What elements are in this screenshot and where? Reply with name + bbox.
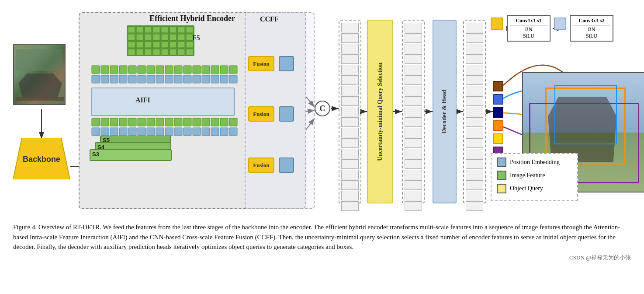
cs-yellow [493, 133, 503, 144]
svg-rect-127 [138, 128, 145, 136]
svg-rect-49 [186, 27, 193, 33]
seq-cell [341, 170, 359, 179]
svg-rect-140 [90, 150, 171, 161]
svg-rect-128 [147, 128, 155, 136]
seq-cell [466, 159, 483, 169]
svg-rect-78 [128, 66, 136, 74]
seq-cell [341, 138, 359, 148]
svg-rect-74 [92, 66, 100, 74]
svg-rect-133 [193, 128, 201, 136]
credit-text: CSDN @禄禄无为的小张 [569, 254, 631, 261]
svg-rect-50 [128, 34, 135, 40]
svg-rect-98 [165, 75, 173, 83]
svg-rect-70 [161, 49, 168, 55]
svg-rect-47 [170, 27, 177, 33]
svg-rect-95 [138, 75, 145, 83]
seq-cell [405, 23, 422, 32]
cs-darkblue [493, 107, 503, 118]
svg-rect-43 [136, 27, 143, 33]
color-squares [493, 81, 503, 157]
seq-cell [341, 23, 359, 32]
svg-rect-89 [229, 66, 237, 74]
cs-orange [493, 120, 503, 131]
svg-rect-46 [161, 27, 168, 33]
fusion-block-2: Fusion [248, 106, 274, 122]
blue-square-conv [554, 18, 566, 30]
svg-rect-64 [178, 42, 185, 48]
seq-cell [405, 180, 422, 190]
mid-grid-area [91, 65, 239, 88]
svg-rect-53 [153, 34, 160, 40]
legend-image-label: Image Feature [510, 172, 545, 179]
backbone-svg: Backbone [13, 138, 70, 179]
svg-rect-101 [193, 75, 201, 83]
decoder-label: Decoder & Head [441, 90, 448, 133]
svg-rect-91 [101, 75, 109, 83]
svg-rect-66 [128, 49, 135, 55]
main-container: Backbone Efficient Hybrid Encoder [0, 0, 644, 266]
svg-rect-119 [211, 118, 219, 126]
svg-rect-75 [101, 66, 109, 74]
svg-rect-129 [156, 128, 164, 136]
seq-cell [466, 170, 483, 179]
conv1-silu: SiLU [510, 33, 547, 39]
cs-brown [493, 81, 503, 91]
fusion-block-1: Fusion [248, 56, 274, 71]
umqs-box: Uncertainty-minimal Query Selection [367, 20, 393, 203]
legend-position-label: Position Embedding [510, 159, 560, 166]
seq-cell [341, 75, 359, 85]
seq-cell [405, 65, 422, 74]
umqs-label: Uncertainty-minimal Query Selection [377, 63, 384, 161]
seq-cell [405, 107, 422, 116]
svg-rect-60 [145, 42, 152, 48]
svg-rect-76 [110, 66, 118, 74]
svg-rect-42 [128, 27, 135, 33]
svg-rect-84 [184, 66, 191, 74]
svg-rect-62 [161, 42, 168, 48]
svg-text:S3: S3 [92, 151, 99, 158]
seq-cell [341, 159, 359, 169]
legend-swatch-yellow [497, 184, 506, 193]
f5-label: F5 [192, 34, 200, 42]
svg-rect-106 [92, 118, 100, 126]
legend-query-label: Object Query [510, 185, 543, 192]
seq-cell [405, 44, 422, 53]
svg-rect-117 [193, 118, 201, 126]
svg-rect-86 [202, 66, 210, 74]
legend-item-image: Image Feature [497, 171, 572, 180]
aifi-label: AIFI [135, 96, 150, 104]
seq-column-2 [402, 20, 425, 203]
seq-cell [341, 117, 359, 127]
seq-cell [466, 180, 483, 190]
fusion-blue-3 [279, 158, 294, 173]
svg-rect-113 [156, 118, 164, 126]
legend-swatch-blue [497, 158, 506, 167]
seq-cell [405, 128, 422, 137]
seq-cell [405, 33, 422, 43]
conv1-title: Conv1x1 s1 [510, 18, 547, 25]
svg-rect-80 [147, 66, 155, 74]
svg-rect-83 [174, 66, 182, 74]
seq-cell [466, 96, 483, 106]
svg-rect-103 [211, 75, 219, 83]
conv1-bn: BN [510, 26, 547, 33]
seq-cell [466, 191, 483, 200]
seq-cell [341, 191, 359, 200]
seq-cell [466, 138, 483, 148]
seq-cell [466, 201, 483, 211]
yellow-square-conv [491, 18, 503, 30]
svg-rect-102 [202, 75, 210, 83]
svg-rect-87 [211, 66, 219, 74]
svg-rect-121 [229, 118, 237, 126]
conv1-box: Conv1x1 s1 BN SiLU [507, 15, 551, 42]
svg-rect-125 [119, 128, 127, 136]
svg-rect-65 [186, 42, 193, 48]
seq-cell [466, 86, 483, 95]
svg-rect-58 [128, 42, 135, 48]
seq-cell [405, 159, 422, 169]
svg-rect-100 [184, 75, 191, 83]
svg-rect-92 [110, 75, 118, 83]
svg-rect-51 [136, 34, 143, 40]
seq-cell [405, 117, 422, 127]
f5-grid-svg [127, 25, 197, 58]
